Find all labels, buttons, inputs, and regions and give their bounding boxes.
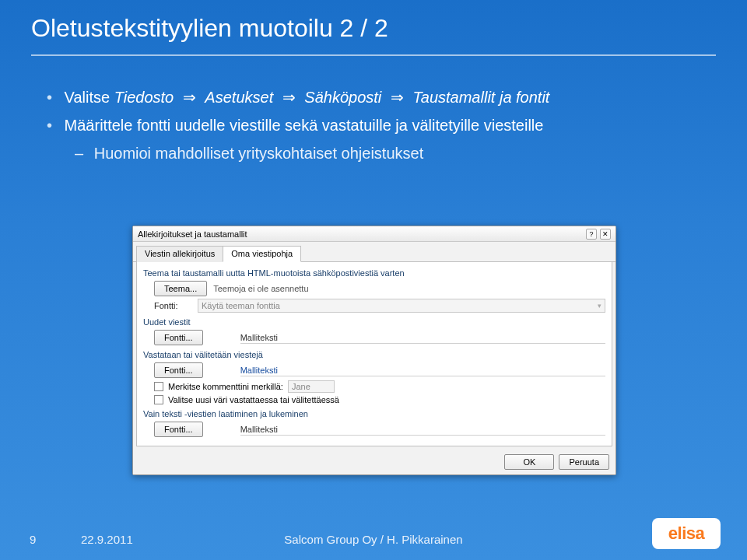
dialog-titlebar[interactable]: Allekirjoitukset ja taustamallit ? ✕ [133,226,615,242]
initials-field[interactable]: Jane [288,380,335,393]
dialog-title: Allekirjoitukset ja taustamallit [138,226,247,242]
chevron-down-icon: ▾ [598,300,601,311]
section-heading: Teema tai taustamalli uutta HTML-muotois… [143,268,605,278]
checkbox-mark-comments[interactable] [154,382,163,391]
font-label: Fontti: [154,301,191,310]
checkbox-label: Merkitse kommenttini merkillä: [168,382,283,391]
section-heading: Uudet viestit [143,317,605,327]
bullet-icon: • [47,117,52,134]
bullet-list: • Valitse Tiedosto ⇒ Asetukset ⇒ Sähköpo… [47,86,700,165]
bullet-text: Valitse [65,89,114,106]
theme-button[interactable]: Teema... [154,281,207,296]
elisa-logo: elisa [652,518,721,549]
font-button[interactable]: Fontti... [154,330,203,345]
tab-stationery[interactable]: Oma viestipohja [223,246,301,262]
dash-icon: – [75,145,83,162]
font-button[interactable]: Fontti... [154,422,203,437]
footer-author: Salcom Group Oy / H. Pikkarainen [0,533,747,546]
arrow-icon: ⇒ [282,89,296,106]
checkbox-new-color[interactable] [154,395,163,404]
sample-text: Malliteksti [240,365,605,376]
list-item: • Valitse Tiedosto ⇒ Asetukset ⇒ Sähköpo… [47,86,700,109]
select-value: Käytä teeman fonttia [202,300,280,311]
sample-text: Malliteksti [240,332,605,344]
path-item: Taustamallit ja fontit [412,89,549,106]
arrow-icon: ⇒ [183,89,196,106]
dialog-footer: OK Peruuta [133,450,615,474]
help-icon[interactable]: ? [586,229,597,240]
page-title: Oletustekstityylien muotoilu 2 / 2 [31,14,716,52]
cancel-button[interactable]: Peruuta [559,454,609,470]
path-item: Tiedosto [114,89,174,106]
section-heading: Vain teksti -viestien laatiminen ja luke… [143,409,605,418]
theme-info: Teemoja ei ole asennettu [213,284,308,293]
path-item: Sähköposti [304,89,381,106]
close-icon[interactable]: ✕ [600,229,611,240]
arrow-icon: ⇒ [391,89,404,106]
tab-panel: Teema tai taustamalli uutta HTML-muotois… [136,262,612,446]
bullet-text: Huomioi mahdolliset yrityskohtaiset ohje… [94,145,424,162]
list-item: • Määrittele fontti uudelle viestille se… [47,114,700,137]
bullet-text: Määrittele fontti uudelle viestille sekä… [65,117,544,134]
ok-button[interactable]: OK [504,454,554,470]
tabs: Viestin allekirjoitus Oma viestipohja [133,242,615,262]
divider [31,54,716,56]
sample-text: Malliteksti [240,424,605,436]
list-item: – Huomioi mahdolliset yrityskohtaiset oh… [75,142,700,165]
signatures-dialog: Allekirjoitukset ja taustamallit ? ✕ Vie… [132,226,616,475]
font-select[interactable]: Käytä teeman fonttia ▾ [198,299,605,313]
checkbox-label: Valitse uusi väri vastattaessa tai välit… [168,395,339,404]
font-button[interactable]: Fontti... [154,362,203,378]
path-item: Asetukset [205,89,273,106]
bullet-icon: • [47,89,52,106]
section-heading: Vastataan tai välitetään viestejä [143,350,605,359]
tab-signature[interactable]: Viestin allekirjoitus [136,246,223,262]
